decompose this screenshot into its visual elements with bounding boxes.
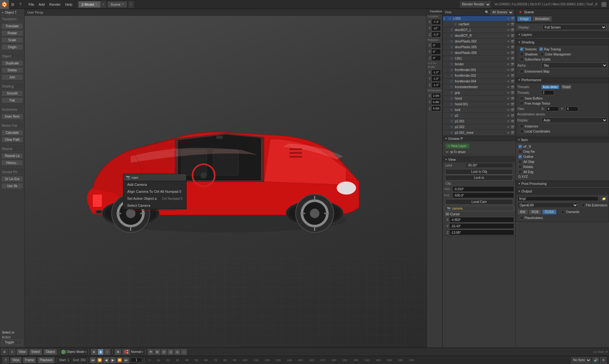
repeat-last-btn[interactable]: Repeat La xyxy=(1,153,23,159)
smooth-btn[interactable]: Smooth xyxy=(1,90,23,96)
lens-input[interactable] xyxy=(466,163,513,168)
output-header[interactable]: ▾ Output xyxy=(516,188,609,194)
loc-x-input[interactable] xyxy=(431,19,441,25)
ctx-set-active[interactable]: Set Active Object a Ctrl Numpad 0 xyxy=(123,195,186,202)
display-select[interactable]: Full Screen xyxy=(542,24,606,30)
fullscreen-btn[interactable]: ⤢ xyxy=(601,2,606,7)
free-image-cb[interactable] xyxy=(520,101,524,105)
camera-select-btn[interactable]: 📷 camera xyxy=(444,206,514,211)
overlay-btn[interactable]: ◫ xyxy=(167,349,174,355)
viewport-area[interactable]: User Persp xyxy=(25,9,427,348)
post-processing-header[interactable]: ▾ Post Processing xyxy=(516,180,609,187)
rot-y-input[interactable] xyxy=(431,49,441,55)
timeline-settings-btn[interactable]: ⚙ xyxy=(600,357,606,363)
normal-dropdown[interactable]: ▾ xyxy=(142,350,143,354)
file-ext-cb[interactable] xyxy=(581,203,585,207)
item-header[interactable]: ▾ Item xyxy=(516,137,609,143)
all-obje-cb[interactable] xyxy=(518,160,522,164)
fixed-btn[interactable]: Fixed xyxy=(561,85,571,89)
no-sync-select[interactable]: No Sync xyxy=(571,357,591,363)
use-sk-btn[interactable]: Use Sk xyxy=(1,183,23,189)
cursor-y-input[interactable] xyxy=(449,223,514,229)
loc-y-input[interactable] xyxy=(431,25,441,31)
ctx-align-camera[interactable]: Align Camera To Ctrl Alt Numpad 0 xyxy=(123,188,186,195)
manipulator-btn[interactable]: ↔ xyxy=(181,349,187,355)
lock-to-btn[interactable]: Lock to xyxy=(445,175,513,180)
tile-x-input[interactable] xyxy=(546,107,559,111)
play-btn[interactable]: ▶ xyxy=(110,357,116,363)
tab-2model[interactable]: 2-Model × xyxy=(78,1,101,8)
menu-file[interactable]: File xyxy=(27,2,36,7)
textures-checkbox[interactable]: ✓ xyxy=(520,47,524,51)
rotate-btn[interactable]: Rotate xyxy=(1,30,23,36)
raytracing-checkbox[interactable]: ✓ xyxy=(539,47,543,51)
delete-btn[interactable]: Delete xyxy=(1,67,23,73)
dr-lin-era-btn[interactable]: Dr Lin Era xyxy=(1,176,23,182)
timeline-view-btn[interactable]: View xyxy=(10,357,22,363)
loc-z-input[interactable] xyxy=(431,32,441,37)
rgb-btn[interactable]: RGB xyxy=(529,209,541,215)
outliner-item-frontsideefender[interactable]: ▽ frontsideefender 👁 🎬 xyxy=(443,84,515,90)
outliner-item-p2[interactable]: ▽ p2 👁 🎬 xyxy=(443,113,515,119)
auto-detect-btn[interactable]: Auto-detec xyxy=(541,85,559,89)
grease-pencil-item[interactable]: ✏ te Fr driver xyxy=(444,149,514,155)
save-buffers-cb[interactable] xyxy=(520,96,524,100)
clear-path-btn[interactable]: Clear Path xyxy=(1,137,23,143)
pivot-btn[interactable]: ⊕ xyxy=(115,349,121,355)
view-section-header[interactable]: ▾ View xyxy=(443,157,515,162)
dim-z-input[interactable] xyxy=(431,106,441,111)
all-edge-cb[interactable] xyxy=(518,170,522,174)
insert-rem-btn[interactable]: Inser Rem xyxy=(1,114,23,120)
grease-pencil-header[interactable]: ▾ Grease P xyxy=(443,136,515,141)
engine-select[interactable]: Blender Render xyxy=(460,1,491,8)
local-cam-btn[interactable]: Local Cam xyxy=(445,199,513,205)
scale-x-input[interactable] xyxy=(431,69,441,75)
dim-y-input[interactable] xyxy=(431,99,441,105)
dim-x-input[interactable] xyxy=(431,93,441,99)
render-image-tab[interactable]: Image xyxy=(517,16,532,22)
scale-btn[interactable]: Scale xyxy=(1,37,23,43)
mode-selector[interactable]: Object Mode ▾ xyxy=(61,350,87,354)
ef-r-cb[interactable]: ✓ xyxy=(518,145,522,148)
alpha-select[interactable]: Sky xyxy=(541,62,607,68)
visibility-btn[interactable]: 👁 xyxy=(147,349,154,355)
layers-header[interactable]: ▾ Layers xyxy=(516,31,609,38)
current-frame-input[interactable] xyxy=(131,358,142,362)
outliner-item-frontfender002[interactable]: ▽ frontfender.002 👁 🎬 xyxy=(443,73,515,79)
local-coords-cb[interactable] xyxy=(520,129,524,133)
only-re-cb[interactable] xyxy=(518,150,522,153)
viewport-type-icon[interactable]: ⊞ xyxy=(1,349,8,355)
new-layer-btn[interactable]: + New Layer xyxy=(445,143,469,149)
jump-end-btn[interactable]: ⏭ xyxy=(123,357,129,363)
display2-select[interactable]: Auto xyxy=(541,117,607,123)
render-animation-tab[interactable]: Animation xyxy=(532,16,552,22)
proportional-btn[interactable]: ◎ xyxy=(174,349,180,355)
rot-z-input[interactable] xyxy=(431,55,441,61)
relatio-cb[interactable] xyxy=(518,165,522,169)
origin-btn[interactable]: Origin xyxy=(1,44,23,50)
solid-shading-btn[interactable]: ● xyxy=(91,349,97,355)
scale-z-input[interactable] xyxy=(431,82,441,88)
browse-output-btn[interactable]: 📁 xyxy=(600,196,607,201)
join-btn[interactable]: Join xyxy=(1,74,23,80)
outliner-item-lock[interactable]: ▽ lock 👁 🎬 xyxy=(443,107,515,113)
history-btn[interactable]: History... xyxy=(1,160,23,166)
snap-btn[interactable]: 🧲 xyxy=(122,349,130,355)
prev-frame-btn[interactable]: ⏪ xyxy=(96,357,103,363)
material-shading-btn[interactable]: ◑ xyxy=(97,349,104,355)
color-mgmt-checkbox[interactable] xyxy=(540,52,544,56)
subsurface-checkbox[interactable] xyxy=(520,57,524,61)
viewport-orient-icon[interactable]: ⊡ xyxy=(9,349,15,355)
jump-start-btn[interactable]: ⏮ xyxy=(90,357,96,363)
ortho-btn[interactable]: ⊡ xyxy=(161,349,167,355)
timeline-type-btn[interactable]: ⏱ xyxy=(3,357,9,363)
tab-scene-close[interactable]: × xyxy=(122,3,124,6)
ctx-add-camera[interactable]: Add Camera xyxy=(123,181,186,188)
next-frame-btn[interactable]: ⏩ xyxy=(116,357,123,363)
timeline-playback-btn[interactable]: Playback xyxy=(37,357,55,363)
tab-add-btn[interactable]: + xyxy=(101,1,106,8)
overwrite-cb[interactable] xyxy=(561,210,565,214)
tab-scene-add-btn[interactable]: + xyxy=(128,1,134,8)
tmp-input[interactable] xyxy=(517,196,599,201)
menu-add[interactable]: Add xyxy=(37,2,47,7)
